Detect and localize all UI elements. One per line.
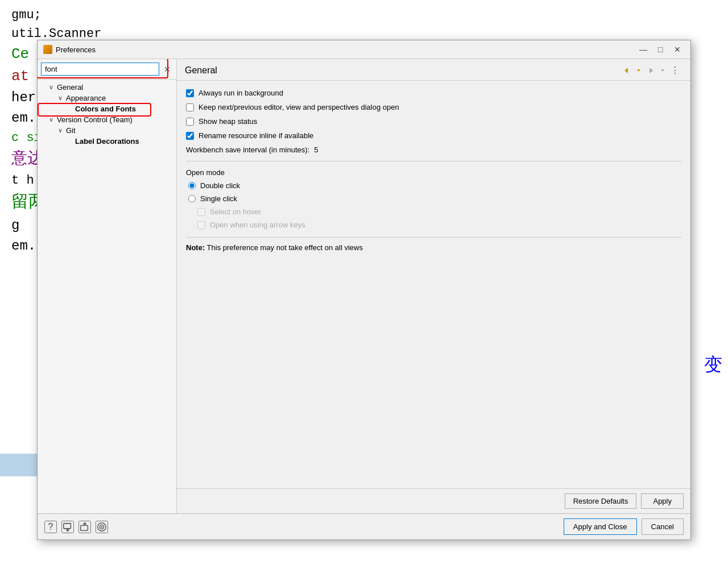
bg-right-char: 变 xyxy=(704,352,722,380)
right-header: General ⋮ xyxy=(177,59,690,81)
pref-rename-resource: Rename resource inline if available xyxy=(186,131,681,140)
dialog-title: Preferences xyxy=(56,45,632,54)
svg-marker-3 xyxy=(661,69,664,72)
close-button[interactable]: ✕ xyxy=(670,44,685,55)
dialog-body: ✕ ∨ General ∨ Appearance Co xyxy=(38,59,690,513)
footer-right: Apply and Close Cancel xyxy=(564,518,684,535)
pref-always-run: Always run in background xyxy=(186,89,681,97)
double-click-label: Double click xyxy=(200,181,240,190)
keep-next-prev-checkbox[interactable] xyxy=(186,103,194,111)
workbench-save-row: Workbench save interval (in minutes): 5 xyxy=(186,146,681,161)
svg-marker-0 xyxy=(624,68,628,73)
import-button[interactable] xyxy=(61,521,74,533)
target-button[interactable] xyxy=(96,521,108,533)
open-mode-section: Open mode Double click Single click Sele… xyxy=(186,168,681,229)
tree-label-general: General xyxy=(57,83,83,92)
open-mode-title: Open mode xyxy=(186,168,681,177)
single-click-label: Single click xyxy=(200,194,237,203)
note-row: Note: This preference may not take effec… xyxy=(186,237,681,252)
svg-point-10 xyxy=(101,526,103,528)
search-bar: ✕ xyxy=(38,59,176,80)
workbench-save-value: 5 xyxy=(314,146,681,154)
nav-forward-dropdown[interactable] xyxy=(658,67,667,74)
tree-label-version-control: Version Control (Team) xyxy=(57,115,133,124)
open-arrow-checkbox xyxy=(197,221,205,229)
note-content: This preference may not take effect on a… xyxy=(205,243,363,252)
nav-buttons: ⋮ xyxy=(621,64,682,77)
single-click-radio[interactable] xyxy=(188,195,196,202)
note-bold: Note: xyxy=(186,243,205,252)
right-panel: General ⋮ xyxy=(177,59,690,513)
select-hover-checkbox xyxy=(197,208,205,216)
nav-back-dropdown[interactable] xyxy=(634,67,643,74)
tree-area: ∨ General ∨ Appearance Colors and Fonts … xyxy=(38,80,176,513)
svg-marker-1 xyxy=(637,69,640,72)
tree-label-label-decorations: Label Decorations xyxy=(75,137,139,146)
rename-resource-label: Rename resource inline if available xyxy=(198,131,313,140)
apply-button[interactable]: Apply xyxy=(641,493,684,509)
pref-keep-next-prev: Keep next/previous editor, view and pers… xyxy=(186,103,681,111)
open-arrow-label: Open when using arrow keys xyxy=(210,221,305,229)
select-hover-row: Select on hover xyxy=(186,207,681,216)
tree-item-git[interactable]: ∨ Git xyxy=(38,125,176,136)
bottom-right: Restore Defaults Apply xyxy=(565,493,684,509)
tree-toggle-version-control: ∨ xyxy=(49,116,57,123)
svg-marker-2 xyxy=(650,68,653,73)
nav-more-button[interactable]: ⋮ xyxy=(668,64,682,77)
title-bar: Preferences — □ ✕ xyxy=(38,40,690,59)
single-click-row: Single click xyxy=(186,194,681,203)
tree-label-git: Git xyxy=(66,126,76,135)
svg-rect-6 xyxy=(81,525,88,530)
open-arrow-row: Open when using arrow keys xyxy=(186,221,681,229)
nav-forward-button[interactable] xyxy=(644,65,657,76)
search-input[interactable] xyxy=(41,63,159,76)
tree-item-label-decorations[interactable]: Label Decorations xyxy=(38,136,176,147)
bg-highlight-block xyxy=(0,454,37,476)
tree-label-appearance: Appearance xyxy=(66,94,106,102)
note-text: Note: This preference may not take effec… xyxy=(186,243,363,252)
left-panel: ✕ ∨ General ∨ Appearance Co xyxy=(38,59,177,513)
show-heap-label: Show heap status xyxy=(198,117,257,126)
select-hover-label: Select on hover xyxy=(210,207,261,216)
tree-item-general[interactable]: ∨ General xyxy=(38,82,176,93)
tree-item-version-control[interactable]: ∨ Version Control (Team) xyxy=(38,114,176,125)
svg-rect-4 xyxy=(64,523,71,528)
preferences-dialog: Preferences — □ ✕ ✕ ∨ General xyxy=(37,40,691,540)
pref-show-heap: Show heap status xyxy=(186,117,681,126)
bottom-bar: Restore Defaults Apply xyxy=(177,488,690,513)
tree-item-colors-fonts[interactable]: Colors and Fonts xyxy=(38,103,176,114)
cancel-button[interactable]: Cancel xyxy=(642,518,684,535)
right-panel-title: General xyxy=(185,65,217,76)
search-bar-wrapper: ✕ xyxy=(38,59,176,80)
always-run-label: Always run in background xyxy=(198,89,283,97)
workbench-save-label: Workbench save interval (in minutes): xyxy=(186,146,309,154)
tree-label-colors-fonts: Colors and Fonts xyxy=(75,105,136,113)
minimize-button[interactable]: — xyxy=(636,44,651,55)
search-clear-button[interactable]: ✕ xyxy=(162,64,173,75)
double-click-radio[interactable] xyxy=(188,182,196,189)
tree-toggle-general: ∨ xyxy=(49,84,57,91)
help-button[interactable]: ? xyxy=(44,521,57,533)
double-click-row: Double click xyxy=(186,181,681,190)
right-content: Always run in background Keep next/previ… xyxy=(177,81,690,488)
tree-toggle-appearance: ∨ xyxy=(58,94,66,102)
export-button[interactable] xyxy=(78,521,91,533)
maximize-button[interactable]: □ xyxy=(653,44,668,55)
nav-back-button[interactable] xyxy=(621,65,633,76)
show-heap-checkbox[interactable] xyxy=(186,118,194,126)
always-run-checkbox[interactable] xyxy=(186,89,194,97)
tree-toggle-git: ∨ xyxy=(58,127,66,134)
tree-item-appearance[interactable]: ∨ Appearance xyxy=(38,93,176,103)
preferences-icon xyxy=(43,45,52,54)
footer-bar: ? xyxy=(38,513,690,539)
title-buttons: — □ ✕ xyxy=(636,44,685,55)
keep-next-prev-label: Keep next/previous editor, view and pers… xyxy=(198,103,399,111)
restore-defaults-button[interactable]: Restore Defaults xyxy=(565,493,637,509)
apply-close-button[interactable]: Apply and Close xyxy=(564,518,637,535)
footer-left: ? xyxy=(44,521,108,533)
rename-resource-checkbox[interactable] xyxy=(186,132,194,140)
bg-line-1: gmu; xyxy=(11,6,717,24)
